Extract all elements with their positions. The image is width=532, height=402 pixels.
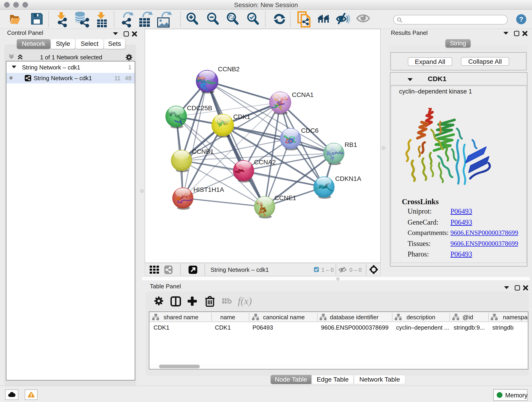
svg-text:CCNA1: CCNA1 xyxy=(292,91,314,98)
svg-text:RB1: RB1 xyxy=(345,141,357,148)
svg-text:namespace: namespace xyxy=(503,314,528,321)
svg-text:CDC6: CDC6 xyxy=(301,127,318,134)
svg-text:HIST1H1A: HIST1H1A xyxy=(193,186,224,193)
svg-text:CDC25B: CDC25B xyxy=(187,104,212,112)
svg-text:database identifier: database identifier xyxy=(330,314,379,321)
svg-text:shared name: shared name xyxy=(164,314,198,321)
svg-text:CCNB1: CCNB1 xyxy=(192,148,214,155)
svg-text:CCNA2: CCNA2 xyxy=(254,159,276,166)
svg-text:canonical name: canonical name xyxy=(263,314,305,321)
svg-text:?: ? xyxy=(519,15,523,23)
svg-text:CDK1: CDK1 xyxy=(233,113,250,120)
svg-text:CCNE1: CCNE1 xyxy=(274,194,296,201)
svg-text:f(x): f(x) xyxy=(238,296,252,307)
svg-text:@id: @id xyxy=(462,314,473,321)
svg-text:CDKN1A: CDKN1A xyxy=(335,175,361,182)
svg-text:name: name xyxy=(220,314,235,321)
svg-text:description: description xyxy=(406,314,435,321)
svg-text:CCNB2: CCNB2 xyxy=(218,65,240,73)
